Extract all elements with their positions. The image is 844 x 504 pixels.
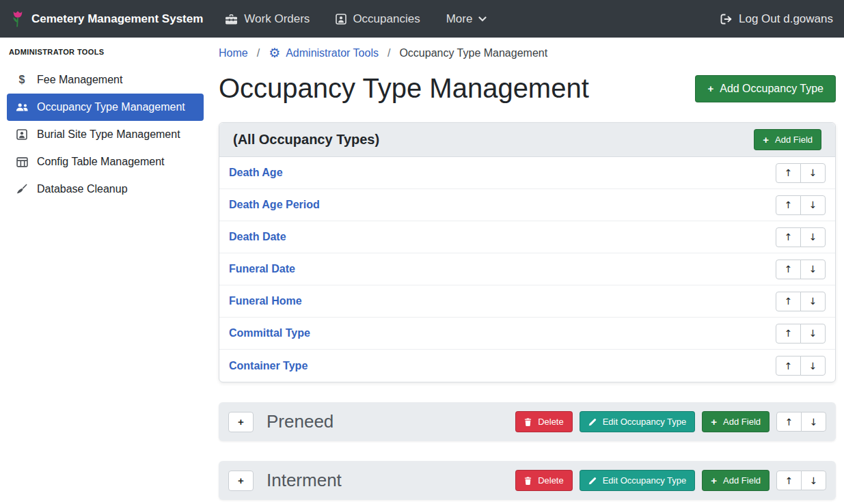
arrow-down-icon: ↓	[809, 361, 817, 372]
move-down-button[interactable]: ↓	[800, 227, 826, 247]
add-field-button[interactable]: + Add Field	[754, 129, 821, 150]
nav-more[interactable]: More	[446, 12, 487, 26]
sidebar-item-config-table-management[interactable]: Config Table Management	[7, 148, 204, 176]
move-down-button[interactable]: ↓	[800, 356, 826, 376]
trash-icon	[524, 477, 532, 485]
nav-occupancies-label: Occupancies	[353, 12, 420, 26]
arrow-down-icon: ↓	[810, 417, 818, 428]
reorder-group: ↑ ↓	[776, 195, 826, 215]
brand[interactable]: Cemetery Management System	[11, 10, 203, 28]
reorder-group: ↑ ↓	[776, 260, 826, 279]
field-row: Funeral Home ↑ ↓	[219, 285, 835, 318]
nav-work-orders-label: Work Orders	[244, 12, 310, 26]
section-actions: Delete Edit Occupancy Type + Add Field ↑	[515, 470, 826, 491]
edit-occupancy-type-button[interactable]: Edit Occupancy Type	[580, 470, 696, 491]
broom-icon	[14, 184, 29, 195]
add-field-button[interactable]: + Add Field	[702, 470, 770, 491]
nav-occupancies[interactable]: Occupancies	[336, 12, 420, 26]
move-down-button[interactable]: ↓	[800, 324, 826, 344]
move-up-button[interactable]: ↑	[776, 324, 801, 344]
sidebar-item-burial-site-type-management[interactable]: Burial Site Type Management	[7, 121, 204, 148]
plus-icon: +	[238, 475, 244, 486]
move-up-button[interactable]: ↑	[776, 292, 801, 311]
move-up-button[interactable]: ↑	[776, 471, 802, 490]
delete-label: Delete	[538, 417, 564, 427]
move-down-button[interactable]: ↓	[801, 471, 826, 490]
move-down-button[interactable]: ↓	[800, 163, 826, 183]
breadcrumb-administrator-tools[interactable]: ⚙ Administrator Tools	[269, 46, 379, 59]
portrait-frame-icon	[14, 129, 29, 140]
delete-button[interactable]: Delete	[515, 411, 573, 432]
move-up-button[interactable]: ↑	[776, 260, 801, 279]
move-down-button[interactable]: ↓	[801, 412, 826, 432]
plus-icon: +	[711, 475, 717, 486]
sidebar-item-database-cleanup[interactable]: Database Cleanup	[7, 176, 204, 203]
reorder-group: ↑ ↓	[776, 471, 826, 490]
delete-label: Delete	[538, 475, 564, 486]
occupancy-type-section-interment: + Interment Delete	[219, 461, 836, 500]
add-occupancy-type-button[interactable]: + Add Occupancy Type	[695, 75, 836, 102]
edit-occupancy-type-button[interactable]: Edit Occupancy Type	[580, 411, 696, 432]
arrow-down-icon: ↓	[810, 475, 818, 486]
reorder-group: ↑ ↓	[776, 324, 826, 344]
sidebar-item-occupancy-type-management[interactable]: Occupancy Type Management	[7, 94, 204, 121]
nav-more-label: More	[446, 12, 473, 26]
move-up-button[interactable]: ↑	[776, 227, 801, 247]
field-link[interactable]: Funeral Date	[229, 263, 295, 275]
chevron-down-icon	[478, 16, 487, 22]
arrow-up-icon: ↑	[785, 417, 793, 428]
add-field-button[interactable]: + Add Field	[702, 411, 770, 432]
field-link[interactable]: Committal Type	[229, 327, 310, 339]
sidebar-item-label: Fee Management	[37, 74, 122, 86]
arrow-down-icon: ↓	[809, 296, 817, 307]
card-title: (All Occupancy Types)	[233, 132, 379, 148]
nav-work-orders[interactable]: Work Orders	[225, 12, 310, 26]
title-row: Occupancy Type Management + Add Occupanc…	[219, 73, 836, 104]
breadcrumb-separator: /	[387, 47, 390, 59]
section-title: Interment	[267, 470, 342, 491]
field-row: Funeral Date ↑ ↓	[219, 253, 835, 285]
arrow-down-icon: ↓	[809, 232, 817, 242]
arrow-down-icon: ↓	[809, 167, 817, 178]
field-link[interactable]: Death Age	[229, 167, 283, 179]
breadcrumb-home-label: Home	[219, 47, 248, 59]
arrow-up-icon: ↑	[785, 264, 793, 275]
sidebar-item-fee-management[interactable]: $ Fee Management	[7, 66, 204, 94]
field-link[interactable]: Funeral Home	[229, 295, 302, 307]
sidebar-item-label: Config Table Management	[37, 156, 165, 168]
tulip-logo-icon	[11, 10, 25, 28]
move-down-button[interactable]: ↓	[800, 260, 826, 279]
move-up-button[interactable]: ↑	[776, 412, 802, 432]
breadcrumb-separator: /	[257, 47, 260, 59]
field-row: Committal Type ↑ ↓	[219, 318, 835, 350]
add-field-label: Add Field	[775, 135, 813, 145]
field-link[interactable]: Death Date	[229, 231, 286, 243]
add-field-label: Add Field	[723, 417, 761, 427]
move-down-button[interactable]: ↓	[800, 292, 826, 311]
field-link[interactable]: Container Type	[229, 360, 308, 372]
occupancy-type-section-preneed: + Preneed Delete	[219, 402, 836, 441]
breadcrumb-home[interactable]: Home	[219, 47, 248, 59]
move-down-button[interactable]: ↓	[800, 195, 826, 215]
move-up-button[interactable]: ↑	[776, 195, 801, 215]
delete-button[interactable]: Delete	[515, 470, 573, 491]
expand-button[interactable]: +	[228, 412, 254, 432]
breadcrumb-current: Occupancy Type Management	[399, 47, 547, 59]
field-row: Death Age ↑ ↓	[219, 157, 835, 189]
plus-icon: +	[763, 135, 769, 145]
plus-icon: +	[238, 416, 244, 428]
main-nav: Work Orders Occupancies More	[225, 12, 487, 26]
users-icon	[14, 102, 29, 112]
logout-button[interactable]: Log Out d.gowans	[720, 12, 833, 26]
breadcrumb-admin-tools-label: Administrator Tools	[286, 47, 379, 59]
logout-icon	[720, 14, 733, 25]
expand-button[interactable]: +	[228, 471, 254, 491]
field-link[interactable]: Death Age Period	[229, 199, 320, 211]
move-up-button[interactable]: ↑	[776, 163, 801, 183]
section-actions: Delete Edit Occupancy Type + Add Field ↑	[515, 411, 826, 432]
arrow-up-icon: ↑	[785, 361, 793, 372]
move-up-button[interactable]: ↑	[776, 356, 801, 376]
arrow-up-icon: ↑	[785, 199, 793, 210]
field-row: Container Type ↑ ↓	[219, 350, 835, 382]
reorder-group: ↑ ↓	[776, 412, 826, 432]
